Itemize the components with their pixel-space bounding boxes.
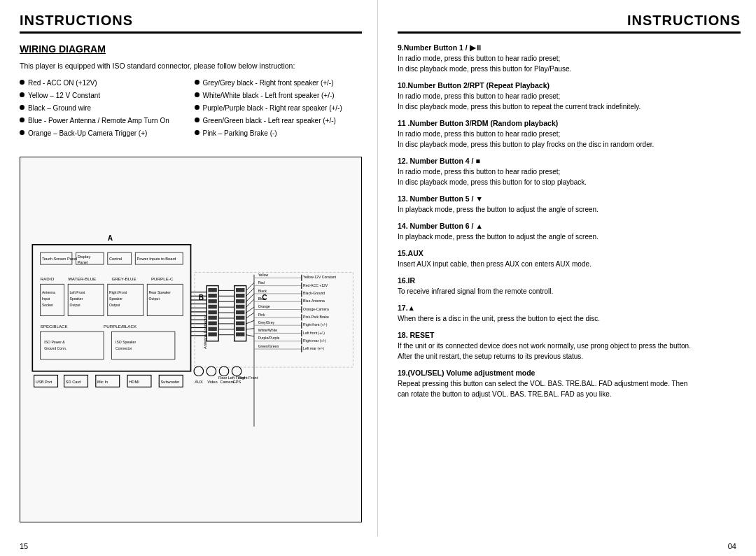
instruction-item-18: 18. RESET If the unit or its connected d…: [398, 331, 741, 362]
svg-rect-80: [236, 332, 244, 336]
svg-rect-56: [208, 305, 216, 309]
svg-text:Black-Ground: Black-Ground: [303, 291, 325, 295]
instruction-item-19: 19.(VOL/SEL) Volume adjustment mode Repe…: [398, 369, 741, 399]
item-text-16: To receive infrared signal from the remo…: [398, 286, 741, 297]
bullet-icon: [195, 92, 200, 97]
item-text-15: Insert AUX input cable, then press AUX c…: [398, 259, 741, 269]
wiring-right-col: Grey/Grey black - Right front speaker (+…: [195, 78, 363, 141]
svg-rect-60: [208, 327, 216, 331]
svg-text:Left Front: Left Front: [69, 290, 85, 294]
bullet-icon: [20, 92, 24, 97]
svg-text:Purple/Purple: Purple/Purple: [258, 336, 280, 341]
svg-text:Grey/Grey: Grey/Grey: [258, 320, 275, 325]
svg-text:ISO Speaker: ISO Speaker: [115, 340, 136, 344]
instruction-item-13: 13. Number Button 5 / ▼ In playback mode…: [398, 194, 741, 215]
wiring-title: WIRING DIAGRAM: [20, 43, 362, 55]
svg-text:Speaker: Speaker: [109, 297, 122, 301]
instruction-item-12: 12. Number Button 4 / ■ In radio mode, p…: [398, 157, 741, 187]
bullet-icon: [195, 117, 200, 122]
wiring-text: Green/Green black - Left rear speaker (+…: [203, 116, 336, 126]
svg-rect-74: [236, 299, 244, 304]
instruction-item-14: 14. Number Button 6 / ▲ In playback mode…: [398, 222, 741, 242]
svg-text:Blue: Blue: [258, 297, 265, 301]
svg-text:Panel: Panel: [78, 260, 88, 264]
svg-text:Control: Control: [109, 257, 122, 261]
bullet-icon: [20, 105, 24, 110]
svg-point-137: [206, 366, 216, 376]
item-title-18: 18. RESET: [398, 331, 741, 339]
wiring-text: Red - ACC ON (+12V): [28, 78, 97, 88]
svg-text:A: A: [108, 234, 113, 242]
svg-text:Left rear (+/-): Left rear (+/-): [303, 346, 324, 350]
left-panel: INSTRUCTIONS WIRING DIAGRAM This player …: [0, 0, 378, 536]
svg-rect-77: [236, 316, 244, 320]
wiring-item: Yellow – 12 V Constant: [20, 91, 188, 101]
svg-text:Antenna: Antenna: [42, 290, 55, 294]
wiring-item: Red - ACC ON (+12V): [20, 78, 188, 88]
svg-text:Yellow: Yellow: [258, 273, 269, 277]
wiring-item: Orange – Back-Up Camera Trigger (+): [20, 129, 188, 138]
svg-line-88: [246, 329, 254, 329]
svg-text:Speaker: Speaker: [69, 297, 83, 301]
svg-text:Black: Black: [258, 289, 267, 293]
svg-text:Touch Screen Panel: Touch Screen Panel: [42, 257, 77, 261]
svg-text:WATER-BLUE: WATER-BLUE: [68, 276, 96, 281]
svg-text:Output: Output: [69, 303, 80, 307]
wiring-text: Blue - Power Antenna / Remote Amp Turn O…: [28, 116, 169, 126]
svg-rect-57: [208, 311, 216, 315]
wiring-text: Purple/Purple black - Right rear speaker…: [203, 104, 342, 113]
intro-text: This player is equipped with ISO standar…: [20, 62, 362, 70]
svg-text:ISO Power &: ISO Power &: [44, 340, 65, 344]
instruction-item-16: 16.IR To receive infrared signal from th…: [398, 276, 741, 297]
svg-text:White/White: White/White: [258, 328, 278, 332]
item-title-15: 15.AUX: [398, 249, 741, 257]
svg-text:Antenna Connector: Antenna Connector: [203, 315, 207, 349]
svg-text:Red: Red: [258, 280, 265, 285]
item-text-18: If the unit or its connected device does…: [398, 341, 741, 362]
bullet-icon: [20, 80, 24, 85]
bullet-icon: [195, 105, 200, 110]
svg-text:Subwoofer: Subwoofer: [161, 380, 180, 384]
svg-text:Mic In: Mic In: [97, 380, 108, 384]
svg-line-86: [246, 313, 254, 318]
bullet-icon: [20, 130, 24, 135]
svg-text:Socket: Socket: [42, 303, 53, 307]
svg-rect-61: [208, 332, 216, 336]
right-header: INSTRUCTIONS: [398, 13, 741, 34]
wiring-text: Grey/Grey black - Right front speaker (+…: [203, 78, 334, 88]
item-text-14: In playback mode, press the button to ad…: [398, 231, 741, 242]
wiring-item: Grey/Grey black - Right front speaker (+…: [195, 78, 363, 88]
svg-text:HDMI: HDMI: [129, 380, 139, 384]
svg-text:Input: Input: [42, 297, 50, 301]
svg-rect-79: [236, 327, 244, 331]
bullet-icon: [20, 117, 24, 122]
svg-rect-58: [208, 316, 216, 320]
svg-rect-55: [208, 299, 216, 304]
svg-rect-75: [236, 305, 244, 309]
left-header: INSTRUCTIONS: [20, 13, 362, 34]
right-panel: INSTRUCTIONS 9.Number Button 1 / ▶⏸ In r…: [378, 0, 756, 536]
svg-text:Green/Green: Green/Green: [258, 344, 279, 348]
item-text-11: In radio mode, press this button to hear…: [398, 129, 741, 150]
svg-text:Rear Speaker: Rear Speaker: [149, 290, 172, 294]
item-text-17: When there is a disc in the unit, press …: [398, 313, 741, 324]
svg-text:AUX: AUX: [195, 380, 203, 384]
svg-text:Yellow-12V Constant: Yellow-12V Constant: [303, 275, 337, 279]
item-title-10: 10.Number Button 2/RPT (Repeat Playback): [398, 81, 741, 90]
svg-text:Blue-Antenna: Blue-Antenna: [303, 299, 325, 303]
svg-text:Orange: Orange: [258, 304, 270, 308]
wiring-item: Blue - Power Antenna / Remote Amp Turn O…: [20, 116, 188, 126]
item-title-11: 11 .Number Button 3/RDM (Random playback…: [398, 119, 741, 127]
svg-text:Right rear (+/-): Right rear (+/-): [303, 338, 326, 343]
instruction-item-9: 9.Number Button 1 / ▶⏸ In radio mode, pr…: [398, 43, 741, 74]
svg-text:RADIO: RADIO: [41, 276, 55, 281]
wiring-diagram: A Touch Screen Panel Display Panel Contr…: [20, 157, 362, 522]
wiring-item: Purple/Purple black - Right rear speaker…: [195, 104, 363, 113]
item-title-13: 13. Number Button 5 / ▼: [398, 194, 741, 203]
svg-text:SPEC/BLACK: SPEC/BLACK: [41, 324, 69, 329]
svg-text:PURPLE/BLACK: PURPLE/BLACK: [104, 324, 137, 329]
svg-point-136: [194, 366, 204, 376]
page-footer: 15 04: [0, 536, 756, 556]
svg-rect-73: [236, 294, 244, 298]
svg-text:Right front (+/-): Right front (+/-): [303, 322, 328, 327]
